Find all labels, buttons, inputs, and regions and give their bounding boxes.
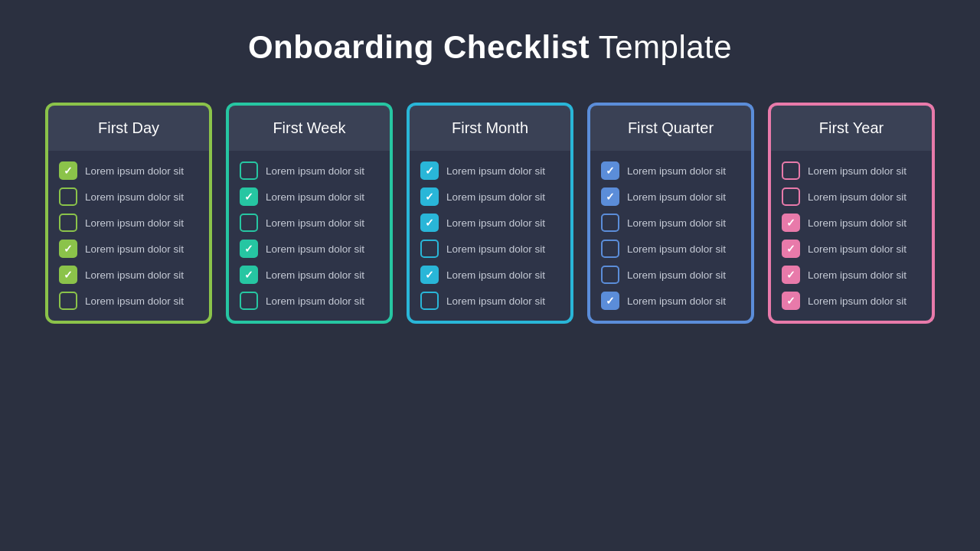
list-item[interactable]: ✓Lorem ipsum dolor sit bbox=[59, 240, 198, 258]
list-item[interactable]: Lorem ipsum dolor sit bbox=[782, 187, 921, 206]
item-text: Lorem ipsum dolor sit bbox=[85, 191, 184, 203]
list-item[interactable]: ✓Lorem ipsum dolor sit bbox=[782, 292, 921, 310]
list-item[interactable]: ✓Lorem ipsum dolor sit bbox=[782, 266, 921, 284]
list-item[interactable]: ✓Lorem ipsum dolor sit bbox=[240, 240, 379, 258]
item-text: Lorem ipsum dolor sit bbox=[446, 243, 545, 255]
list-item[interactable]: Lorem ipsum dolor sit bbox=[59, 292, 198, 310]
checkbox-checked-icon[interactable]: ✓ bbox=[240, 266, 258, 284]
title-bold: Onboarding Checklist bbox=[248, 29, 590, 65]
checkmark-icon: ✓ bbox=[64, 269, 73, 280]
checkmark-icon: ✓ bbox=[786, 269, 795, 280]
item-text: Lorem ipsum dolor sit bbox=[266, 165, 364, 177]
checkbox-checked-icon[interactable]: ✓ bbox=[782, 292, 800, 310]
checkbox-checked-icon[interactable]: ✓ bbox=[782, 214, 800, 232]
checkbox-unchecked-icon[interactable] bbox=[59, 292, 77, 310]
checkbox-checked-icon[interactable]: ✓ bbox=[420, 266, 439, 284]
list-item[interactable]: Lorem ipsum dolor sit bbox=[59, 187, 198, 206]
list-item[interactable]: ✓Lorem ipsum dolor sit bbox=[420, 187, 560, 206]
list-item[interactable]: ✓Lorem ipsum dolor sit bbox=[59, 161, 198, 180]
item-text: Lorem ipsum dolor sit bbox=[808, 165, 906, 177]
item-text: Lorem ipsum dolor sit bbox=[627, 191, 726, 203]
list-item[interactable]: Lorem ipsum dolor sit bbox=[59, 214, 198, 232]
list-item[interactable]: ✓Lorem ipsum dolor sit bbox=[601, 161, 740, 180]
item-text: Lorem ipsum dolor sit bbox=[627, 269, 726, 281]
checkbox-unchecked-icon[interactable] bbox=[240, 161, 258, 180]
list-item[interactable]: ✓Lorem ipsum dolor sit bbox=[782, 214, 921, 232]
checkbox-unchecked-icon[interactable] bbox=[601, 240, 619, 258]
item-text: Lorem ipsum dolor sit bbox=[808, 217, 906, 229]
checkbox-unchecked-icon[interactable] bbox=[420, 292, 439, 310]
checkbox-unchecked-icon[interactable] bbox=[420, 240, 439, 258]
checkmark-icon: ✓ bbox=[606, 191, 615, 202]
list-item[interactable]: ✓Lorem ipsum dolor sit bbox=[420, 266, 560, 284]
item-text: Lorem ipsum dolor sit bbox=[266, 295, 364, 307]
checkmark-icon: ✓ bbox=[606, 165, 615, 176]
checkmark-icon: ✓ bbox=[244, 191, 253, 202]
list-item[interactable]: Lorem ipsum dolor sit bbox=[240, 161, 379, 180]
checkmark-icon: ✓ bbox=[425, 165, 434, 176]
item-text: Lorem ipsum dolor sit bbox=[266, 191, 364, 203]
column-body-first-year: Lorem ipsum dolor sitLorem ipsum dolor s… bbox=[768, 151, 935, 324]
list-item[interactable]: ✓Lorem ipsum dolor sit bbox=[240, 266, 379, 284]
list-item[interactable]: Lorem ipsum dolor sit bbox=[240, 214, 379, 232]
column-first-quarter: First Quarter✓Lorem ipsum dolor sit✓Lore… bbox=[587, 103, 754, 324]
checkbox-unchecked-icon[interactable] bbox=[59, 214, 77, 232]
list-item[interactable]: ✓Lorem ipsum dolor sit bbox=[601, 292, 740, 310]
list-item[interactable]: Lorem ipsum dolor sit bbox=[240, 292, 379, 310]
checkbox-checked-icon[interactable]: ✓ bbox=[59, 161, 77, 180]
list-item[interactable]: ✓Lorem ipsum dolor sit bbox=[601, 187, 740, 206]
list-item[interactable]: Lorem ipsum dolor sit bbox=[601, 266, 740, 284]
item-text: Lorem ipsum dolor sit bbox=[446, 191, 545, 203]
list-item[interactable]: Lorem ipsum dolor sit bbox=[601, 240, 740, 258]
item-text: Lorem ipsum dolor sit bbox=[446, 165, 545, 177]
checkbox-checked-icon[interactable]: ✓ bbox=[59, 266, 77, 284]
checkmark-icon: ✓ bbox=[606, 295, 615, 306]
item-text: Lorem ipsum dolor sit bbox=[85, 165, 184, 177]
item-text: Lorem ipsum dolor sit bbox=[627, 217, 726, 229]
checkbox-unchecked-icon[interactable] bbox=[240, 292, 258, 310]
item-text: Lorem ipsum dolor sit bbox=[266, 269, 364, 281]
checkbox-checked-icon[interactable]: ✓ bbox=[240, 240, 258, 258]
list-item[interactable]: ✓Lorem ipsum dolor sit bbox=[420, 214, 560, 232]
item-text: Lorem ipsum dolor sit bbox=[446, 217, 545, 229]
checkbox-checked-icon[interactable]: ✓ bbox=[420, 161, 439, 180]
item-text: Lorem ipsum dolor sit bbox=[627, 165, 726, 177]
checkbox-checked-icon[interactable]: ✓ bbox=[240, 187, 258, 206]
list-item[interactable]: ✓Lorem ipsum dolor sit bbox=[782, 240, 921, 258]
item-text: Lorem ipsum dolor sit bbox=[446, 269, 545, 281]
checkbox-checked-icon[interactable]: ✓ bbox=[420, 187, 439, 206]
title-light: Template bbox=[590, 29, 732, 65]
checkbox-checked-icon[interactable]: ✓ bbox=[782, 240, 800, 258]
list-item[interactable]: Lorem ipsum dolor sit bbox=[782, 161, 921, 180]
list-item[interactable]: Lorem ipsum dolor sit bbox=[601, 214, 740, 232]
checkbox-unchecked-icon[interactable] bbox=[59, 187, 77, 206]
checkbox-checked-icon[interactable]: ✓ bbox=[601, 187, 619, 206]
checkmark-icon: ✓ bbox=[425, 217, 434, 228]
item-text: Lorem ipsum dolor sit bbox=[85, 269, 184, 281]
list-item[interactable]: Lorem ipsum dolor sit bbox=[420, 240, 560, 258]
item-text: Lorem ipsum dolor sit bbox=[446, 295, 545, 307]
list-item[interactable]: ✓Lorem ipsum dolor sit bbox=[420, 161, 560, 180]
column-header-first-year: First Year bbox=[768, 103, 935, 151]
column-header-first-week: First Week bbox=[226, 103, 393, 151]
checkbox-unchecked-icon[interactable] bbox=[601, 266, 619, 284]
item-text: Lorem ipsum dolor sit bbox=[85, 243, 184, 255]
list-item[interactable]: Lorem ipsum dolor sit bbox=[420, 292, 560, 310]
item-text: Lorem ipsum dolor sit bbox=[808, 191, 906, 203]
checkbox-checked-icon[interactable]: ✓ bbox=[59, 240, 77, 258]
column-header-first-day: First Day bbox=[45, 103, 212, 151]
checkbox-unchecked-icon[interactable] bbox=[782, 187, 800, 206]
list-item[interactable]: ✓Lorem ipsum dolor sit bbox=[240, 187, 379, 206]
checkbox-checked-icon[interactable]: ✓ bbox=[601, 161, 619, 180]
checkbox-unchecked-icon[interactable] bbox=[601, 214, 619, 232]
checkbox-checked-icon[interactable]: ✓ bbox=[782, 266, 800, 284]
item-text: Lorem ipsum dolor sit bbox=[808, 243, 906, 255]
checkmark-icon: ✓ bbox=[425, 191, 434, 202]
checkbox-unchecked-icon[interactable] bbox=[782, 161, 800, 180]
checkbox-unchecked-icon[interactable] bbox=[240, 214, 258, 232]
column-body-first-day: ✓Lorem ipsum dolor sitLorem ipsum dolor … bbox=[45, 151, 212, 324]
column-body-first-week: Lorem ipsum dolor sit✓Lorem ipsum dolor … bbox=[226, 151, 393, 324]
checkbox-checked-icon[interactable]: ✓ bbox=[601, 292, 619, 310]
checkbox-checked-icon[interactable]: ✓ bbox=[420, 214, 439, 232]
list-item[interactable]: ✓Lorem ipsum dolor sit bbox=[59, 266, 198, 284]
